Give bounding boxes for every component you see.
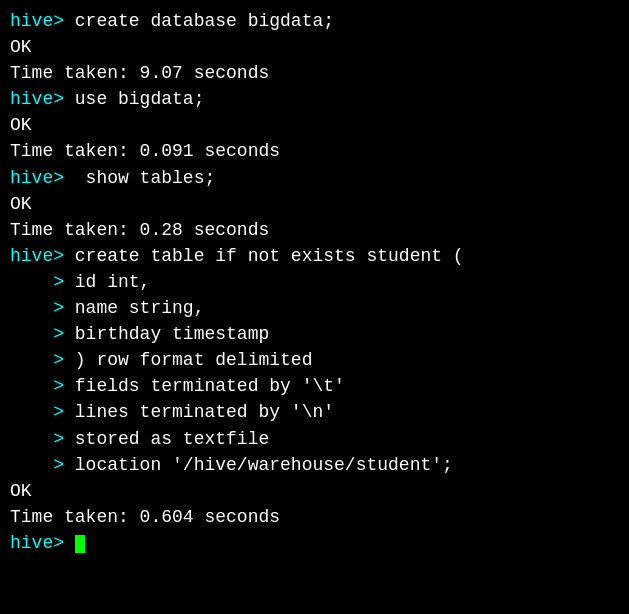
command-text: lines terminated by '\n' — [75, 402, 334, 422]
command-text: create table if not exists student ( — [75, 246, 464, 266]
command-text: OK — [10, 194, 32, 214]
terminal-line: hive> create database bigdata; — [10, 8, 619, 34]
terminal-line: Time taken: 0.091 seconds — [10, 138, 619, 164]
command-text: fields terminated by '\t' — [75, 376, 345, 396]
command-text: stored as textfile — [75, 429, 269, 449]
terminal-line: OK — [10, 112, 619, 138]
terminal-line: OK — [10, 34, 619, 60]
terminal-line: > id int, — [10, 269, 619, 295]
command-text: OK — [10, 37, 32, 57]
terminal-line: > stored as textfile — [10, 426, 619, 452]
command-text: OK — [10, 481, 32, 501]
terminal-line: hive> show tables; — [10, 165, 619, 191]
command-text: id int, — [75, 272, 151, 292]
terminal-line: > location '/hive/warehouse/student'; — [10, 452, 619, 478]
terminal-cursor — [75, 535, 85, 553]
command-text: create database bigdata; — [75, 11, 334, 31]
command-text: Time taken: 0.28 seconds — [10, 220, 269, 240]
terminal-line: hive> create table if not exists student… — [10, 243, 619, 269]
terminal-line: Time taken: 0.604 seconds — [10, 504, 619, 530]
prompt-text: > — [10, 324, 75, 344]
command-text: ) row format delimited — [75, 350, 313, 370]
terminal-window[interactable]: hive> create database bigdata;OKTime tak… — [0, 0, 629, 614]
prompt-text: hive> — [10, 246, 75, 266]
prompt-text: > — [10, 429, 75, 449]
command-text: OK — [10, 115, 32, 135]
prompt-text: hive> — [10, 533, 75, 553]
prompt-text: > — [10, 298, 75, 318]
command-text: show tables; — [75, 168, 215, 188]
terminal-line: OK — [10, 191, 619, 217]
terminal-line: hive> — [10, 530, 619, 556]
terminal-line: > lines terminated by '\n' — [10, 399, 619, 425]
terminal-line: > ) row format delimited — [10, 347, 619, 373]
terminal-line: Time taken: 0.28 seconds — [10, 217, 619, 243]
terminal-line: > name string, — [10, 295, 619, 321]
prompt-text: > — [10, 350, 75, 370]
command-text: birthday timestamp — [75, 324, 269, 344]
terminal-line: > birthday timestamp — [10, 321, 619, 347]
prompt-text: > — [10, 455, 75, 475]
prompt-text: > — [10, 402, 75, 422]
prompt-text: hive> — [10, 11, 75, 31]
command-text: Time taken: 0.604 seconds — [10, 507, 280, 527]
prompt-text: > — [10, 376, 75, 396]
terminal-line: hive> use bigdata; — [10, 86, 619, 112]
command-text: location '/hive/warehouse/student'; — [75, 455, 453, 475]
terminal-line: OK — [10, 478, 619, 504]
prompt-text: hive> — [10, 89, 75, 109]
terminal-line: Time taken: 9.07 seconds — [10, 60, 619, 86]
command-text: name string, — [75, 298, 205, 318]
command-text: Time taken: 0.091 seconds — [10, 141, 280, 161]
prompt-text: > — [10, 272, 75, 292]
command-text: use bigdata; — [75, 89, 205, 109]
terminal-line: > fields terminated by '\t' — [10, 373, 619, 399]
command-text: Time taken: 9.07 seconds — [10, 63, 269, 83]
prompt-text: hive> — [10, 168, 75, 188]
